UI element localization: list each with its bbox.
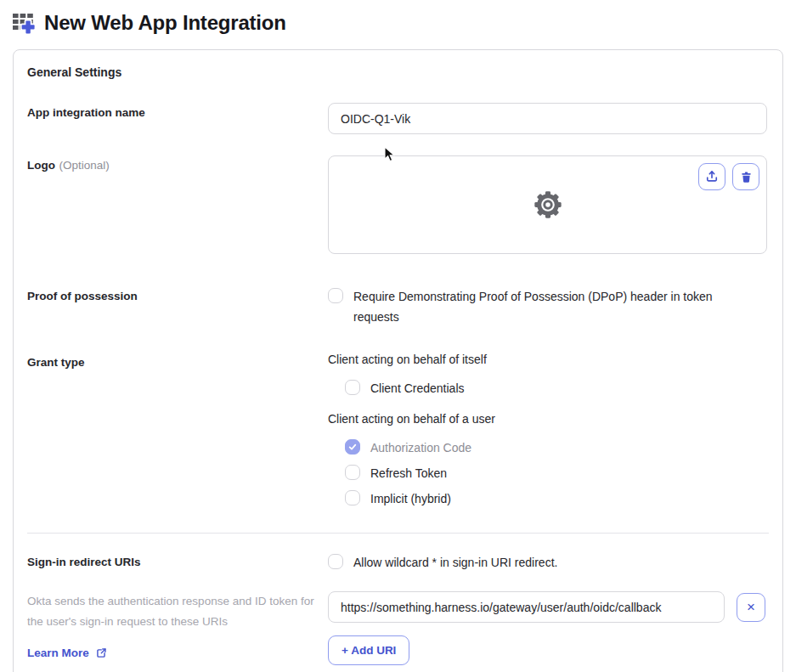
app-name-label: App integration name xyxy=(27,106,145,119)
signin-help-text: Okta sends the authentication response a… xyxy=(27,591,325,632)
learn-more-link[interactable]: Learn More xyxy=(27,647,107,659)
gear-icon xyxy=(532,189,564,221)
grant-type-row: Grant type Client acting on behalf of it… xyxy=(27,353,769,509)
implicit-hybrid-checkbox[interactable] xyxy=(345,490,360,505)
app-name-row: App integration name xyxy=(27,103,769,134)
page: New Web App Integration General Settings… xyxy=(0,0,796,672)
refresh-token-label[interactable]: Refresh Token xyxy=(370,463,447,483)
grant-group-heading-user: Client acting on behalf of a user xyxy=(328,412,767,426)
external-link-icon xyxy=(95,647,107,659)
grant-type-label: Grant type xyxy=(27,356,85,369)
signin-redirect-row: Sign-in redirect URIs Okta sends the aut… xyxy=(27,552,769,665)
authorization-code-label[interactable]: Authorization Code xyxy=(370,438,471,458)
redirect-uri-input[interactable] xyxy=(328,591,725,623)
wildcard-checkbox-label[interactable]: Allow wildcard * in sign-in URI redirect… xyxy=(353,552,557,573)
authorization-code-checkbox[interactable] xyxy=(345,439,360,455)
general-settings-card: General Settings App integration name Lo… xyxy=(13,49,783,672)
logo-dropzone[interactable] xyxy=(328,155,767,254)
client-credentials-checkbox[interactable] xyxy=(345,380,360,395)
proof-of-possession-label: Proof of possession xyxy=(27,290,138,302)
app-name-input[interactable] xyxy=(328,103,767,134)
divider xyxy=(27,533,769,534)
upload-logo-button[interactable] xyxy=(698,163,725,190)
dpop-checkbox[interactable] xyxy=(328,288,343,303)
page-header: New Web App Integration xyxy=(0,0,796,35)
close-icon: × xyxy=(747,600,755,614)
trash-icon xyxy=(739,170,754,184)
page-title: New Web App Integration xyxy=(44,11,286,35)
add-uri-button[interactable]: + Add URI xyxy=(328,635,409,665)
proof-of-possession-row: Proof of possession Require Demonstratin… xyxy=(27,286,769,327)
grant-group-heading-itself: Client acting on behalf of itself xyxy=(328,353,767,367)
logo-row: Logo (Optional) xyxy=(27,155,769,254)
signin-redirect-label: Sign-in redirect URIs xyxy=(27,556,141,568)
logo-label: Logo xyxy=(27,159,55,172)
upload-icon xyxy=(704,169,720,184)
dpop-checkbox-label[interactable]: Require Demonstrating Proof of Possessio… xyxy=(353,286,742,327)
logo-optional-label: (Optional) xyxy=(59,159,109,172)
section-title: General Settings xyxy=(27,65,769,79)
delete-logo-button[interactable] xyxy=(732,163,759,190)
wildcard-checkbox[interactable] xyxy=(328,554,343,569)
implicit-hybrid-label[interactable]: Implicit (hybrid) xyxy=(370,488,451,509)
client-credentials-label[interactable]: Client Credentials xyxy=(370,378,465,398)
remove-uri-button[interactable]: × xyxy=(737,593,765,622)
refresh-token-checkbox[interactable] xyxy=(345,465,360,480)
grid-plus-icon xyxy=(12,11,36,35)
learn-more-label: Learn More xyxy=(27,647,89,659)
